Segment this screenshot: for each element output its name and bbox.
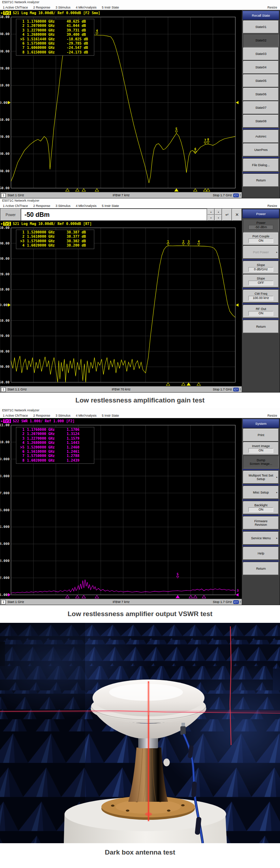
svg-text:4.000: 4.000 — [0, 542, 10, 546]
softkey-button-slope[interactable]: SlopeOFF — [243, 275, 279, 287]
softkey-button-dump-screen-image[interactable]: Dump Screen Image... — [243, 456, 279, 468]
gain-plot: 11.5200000 GHz38.387 dB21.5610000 GHz38.… — [0, 226, 242, 386]
menubar-item-2-response[interactable]: 2 Response — [33, 6, 50, 9]
svg-text:8.000: 8.000 — [0, 474, 10, 478]
enter-button[interactable]: ↵ — [222, 209, 232, 221]
softkey-button-userpres[interactable]: UserPres — [243, 143, 279, 156]
submenu-arrow-icon: ▸ — [276, 476, 278, 479]
marker-row: 71.5750000 GHz1.2788 — [17, 454, 92, 458]
stop-frequency-label: Stop 1.7 GHz — [213, 388, 232, 391]
menubar-item-5-instr-state[interactable]: 5 Instr State — [102, 204, 119, 208]
softkey-button-backlight[interactable]: BacklightON — [243, 501, 279, 514]
menubar: 1 Active Ch/Trace2 Response3 Stimulus4 M… — [0, 413, 280, 418]
antenna-photo — [0, 623, 280, 843]
ifbw-label: IFBW 70 kHz — [0, 388, 242, 391]
menubar-item-2-response[interactable]: 2 Response — [33, 414, 50, 417]
softkey-value: 100.00 kHz — [248, 296, 273, 300]
marker-row: 41.6020000 GHz38.200 dB — [17, 243, 92, 248]
trace-number-badge: Tr1 — [3, 11, 11, 15]
power-coarse-stepper[interactable]: ▲ ▼ — [207, 209, 214, 221]
marker-row: 61.5610000 GHz1.2461 — [17, 450, 92, 454]
marker-row: 41.2680000 GHz39.400 dB — [17, 33, 92, 37]
softkey-group-divider — [242, 515, 279, 516]
svg-text:7: 7 — [204, 139, 206, 142]
marker-row: 21.2070000 GHz1.3124 — [17, 432, 92, 436]
menubar-item-3-stimulus[interactable]: 3 Stimulus — [56, 414, 71, 417]
softkey-button-state08[interactable]: State08 — [243, 115, 279, 128]
svg-text:-40.00: -40.00 — [0, 365, 10, 368]
softkey-button-file-dialog[interactable]: File Dialog... — [243, 159, 279, 171]
svg-text:5: 5 — [177, 573, 179, 576]
softkey-button-invert-image[interactable]: Invert ImageON — [243, 442, 279, 455]
softkey-button-return[interactable]: Return — [243, 174, 279, 187]
resize-control[interactable]: Resize — [267, 204, 277, 208]
softkey-button-help[interactable]: Help — [243, 547, 279, 560]
menubar-item-1-active-ch-trace[interactable]: 1 Active Ch/Trace — [3, 6, 28, 9]
softkey-button-power[interactable]: Power-50 dBm — [243, 219, 279, 232]
softkey-group-divider — [242, 530, 279, 531]
svg-text:2.000: 2.000 — [0, 576, 10, 580]
softkey-menu: Recall StateState01State02State03State04… — [242, 10, 280, 198]
softkey-button-port-couple[interactable]: Port CoupleON — [243, 232, 279, 245]
submenu-arrow-icon: ▸ — [276, 491, 278, 494]
softkey-button-state01[interactable]: State01 — [243, 21, 279, 33]
step-up-icon[interactable]: ▲ — [215, 209, 222, 215]
softkey-value: ON — [248, 311, 273, 316]
marker-row: 71.6060000 GHz-24.547 dB — [17, 46, 92, 50]
step-up-icon[interactable]: ▲ — [207, 209, 214, 215]
submenu-arrow-icon: ▸ — [276, 537, 278, 540]
softkey-button-multiport-test-set-setup[interactable]: Multiport Test Set Setup▸ — [243, 471, 279, 484]
menubar-item-4-mkr-analysis[interactable]: 4 Mkr/Analysis — [76, 6, 97, 9]
trace-number-badge: Tr3 — [3, 419, 11, 423]
menubar-item-5-instr-state[interactable]: 5 Instr State — [102, 6, 119, 9]
softkey-group-divider — [242, 500, 279, 501]
softkey-button-state05[interactable]: State05 — [243, 74, 279, 87]
softkey-button-state03[interactable]: State03 — [243, 47, 279, 60]
softkey-button-port-power[interactable]: Port Power▸ — [243, 246, 279, 259]
softkey-button-autorec[interactable]: Autorec — [243, 130, 279, 143]
menubar-item-4-mkr-analysis[interactable]: 4 Mkr/Analysis — [76, 204, 97, 208]
menubar-item-3-stimulus[interactable]: 3 Stimulus — [56, 6, 71, 9]
trace-arrow-icon: ▶ — [1, 11, 3, 15]
close-button[interactable]: ✕ — [232, 209, 242, 221]
softkey-button-return[interactable]: Return — [243, 562, 279, 575]
cal-status-badge: C? — [233, 388, 239, 391]
marker-readout-table: 11.5200000 GHz38.387 dB21.5610000 GHz38.… — [16, 230, 94, 249]
menubar-item-1-active-ch-trace[interactable]: 1 Active Ch/Trace — [3, 414, 28, 417]
softkey-button-cw-freq[interactable]: CW Freq100.00 kHz — [243, 290, 279, 303]
step-down-icon[interactable]: ▼ — [207, 215, 214, 221]
softkey-button-service-menu[interactable]: Service Menu▸ — [243, 532, 279, 545]
trace-arrow-icon: ▶ — [1, 222, 3, 225]
resize-control[interactable]: Resize — [267, 414, 277, 417]
softkey-button-state04[interactable]: State04 — [243, 61, 279, 74]
menubar-item-3-stimulus[interactable]: 3 Stimulus — [56, 204, 71, 208]
softkey-button-print[interactable]: Print — [243, 429, 279, 441]
softkey-button-state06[interactable]: State06 — [243, 88, 279, 101]
softkey-button-state02[interactable]: State02 — [243, 34, 279, 47]
vswr-plot: 11.1760000 GHz1.170621.2070000 GHz1.3124… — [0, 424, 242, 599]
softkey-menu-filler — [242, 187, 280, 198]
power-fine-stepper[interactable]: ▲ ▼ — [215, 209, 222, 221]
softkey-button-return[interactable]: Return — [243, 320, 279, 333]
ifbw-label: IFBW 7 kHz — [0, 600, 242, 604]
step-down-icon[interactable]: ▼ — [215, 215, 222, 221]
svg-text:-10.00: -10.00 — [0, 118, 10, 122]
page: E5071C Network Analyzer 1 Active Ch/Trac… — [0, 0, 280, 868]
menubar-item-2-response[interactable]: 2 Response — [33, 204, 50, 208]
svg-text:20.00: 20.00 — [0, 272, 10, 276]
status-bar: 1 Start 1 GHz IFBW 7 kHz Stop 1.7 GHz C?… — [0, 599, 242, 605]
softkey-button-slope[interactable]: Slope0 dB/GHz — [243, 261, 279, 274]
softkey-button-misc-setup[interactable]: Misc Setup▸ — [243, 486, 279, 499]
power-entry-input[interactable]: -50 dBm — [21, 209, 207, 221]
softkey-button-firmware-revision[interactable]: Firmware Revision — [243, 517, 279, 529]
resize-control[interactable]: Resize — [267, 6, 277, 9]
power-entry-label: Power — [0, 209, 21, 221]
cal-status-badge: C? — [233, 600, 239, 604]
softkey-button-state07[interactable]: State07 — [243, 101, 279, 114]
svg-text:-20.00: -20.00 — [0, 135, 10, 139]
softkey-button-rf-out[interactable]: RF OutON — [243, 305, 279, 318]
menubar-item-1-active-ch-trace[interactable]: 1 Active Ch/Trace — [3, 204, 28, 208]
menubar-item-4-mkr-analysis[interactable]: 4 Mkr/Analysis — [76, 414, 97, 417]
menubar-item-5-instr-state[interactable]: 5 Instr State — [102, 414, 119, 417]
softkey-group-divider — [242, 545, 279, 546]
